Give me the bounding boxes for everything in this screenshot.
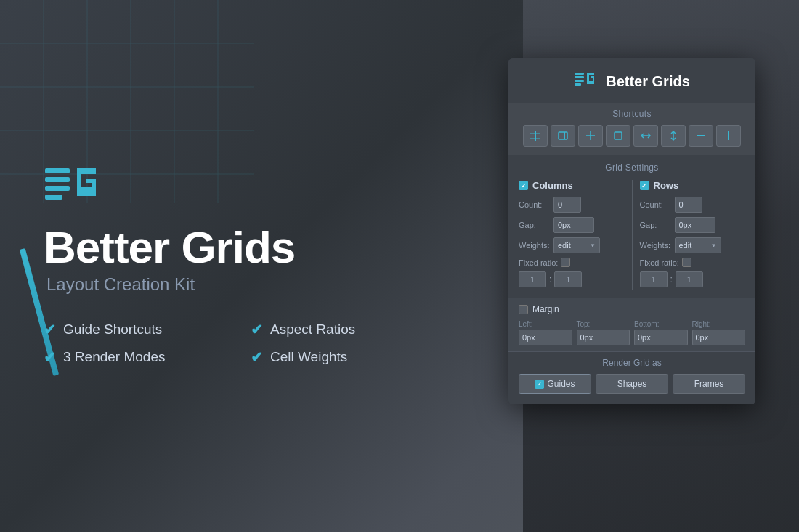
margin-bottom-input[interactable] [634,330,688,345]
row-weights-label: Weights: [640,241,672,250]
app-title: Better Grids [44,225,436,270]
svg-rect-11 [45,186,70,191]
margin-right-input[interactable] [692,330,746,345]
col-fixed-ratio-label: Fixed ratio: [519,258,558,267]
row-gap-input[interactable] [675,217,715,233]
rows-section: ✓ Rows Count: Gap: Weights: edit ▼ [640,180,746,290]
feature-item-0: ✔ Guide Shortcuts [44,321,229,338]
row-ratio-1[interactable] [640,271,668,287]
columns-rows-divider [632,180,633,290]
render-shapes-label: Shapes [617,379,647,389]
margin-left-input[interactable] [519,330,572,345]
shortcut-btn-3[interactable] [606,125,630,147]
col-ratio-colon: : [549,274,551,285]
margin-top-field: Top: [577,320,630,345]
col-fixed-ratio-row: Fixed ratio: [519,258,625,267]
svg-rect-20 [559,132,567,139]
shortcut-btn-6[interactable] [689,125,713,147]
row-weights-select[interactable]: edit ▼ [675,237,721,253]
columns-section: ✓ Columns Count: Gap: Weights: edit ▼ [519,180,625,290]
svg-rect-12 [45,195,62,200]
row-count-row: Count: [640,197,746,213]
margin-left-field: Left: [519,320,572,345]
columns-checkbox[interactable]: ✓ [519,181,528,190]
col-fixed-ratio-checkbox[interactable] [561,258,570,267]
check-icon-2: ✔ [44,348,56,366]
col-count-input[interactable] [553,197,581,213]
columns-rows: ✓ Columns Count: Gap: Weights: edit ▼ [519,180,745,290]
margin-top-input[interactable] [577,330,630,345]
svg-rect-9 [45,168,70,173]
feature-label-2: 3 Render Modes [63,349,165,365]
margin-label: Margin [532,304,559,314]
svg-rect-21 [561,132,561,139]
col-weights-select[interactable]: edit ▼ [553,237,600,253]
shortcuts-section: Shortcuts [508,103,755,155]
rows-label: Rows [654,180,679,191]
col-weights-label: Weights: [519,241,551,250]
features-list: ✔ Guide Shortcuts ✔ Aspect Ratios ✔ 3 Re… [44,321,436,366]
app-logo-icon [44,160,102,218]
shortcut-btn-5[interactable] [661,125,686,147]
col-weights-row: Weights: edit ▼ [519,237,625,253]
margin-fields: Left: Top: Bottom: Right: [519,320,745,345]
row-count-input[interactable] [675,197,702,213]
shortcut-btn-0[interactable] [523,125,548,147]
svg-rect-17 [535,131,536,141]
columns-header: ✓ Columns [519,180,625,191]
row-gap-row: Gap: [640,217,746,233]
render-section: Render Grid as ✓ Guides Shapes Frames [508,351,755,404]
row-fixed-ratio-checkbox[interactable] [682,258,691,267]
rows-checkbox[interactable]: ✓ [640,181,649,190]
margin-top-label: Top: [577,320,630,328]
margin-bottom-label: Bottom: [634,320,688,328]
svg-rect-22 [564,132,565,139]
col-gap-label: Gap: [519,221,551,229]
shortcut-btn-4[interactable] [633,125,658,147]
row-ratio-inputs: : [640,271,746,287]
svg-rect-19 [530,138,540,139]
render-frames-button[interactable]: Frames [673,374,745,394]
render-guides-label: Guides [547,379,575,389]
col-count-label: Count: [519,200,551,209]
shortcut-btn-2[interactable] [578,125,603,147]
col-count-row: Count: [519,197,625,213]
feature-item-3: ✔ Cell Weights [251,348,436,366]
feature-item-1: ✔ Aspect Ratios [251,321,436,338]
columns-label: Columns [532,180,573,191]
row-count-label: Count: [640,200,672,209]
row-fixed-ratio-row: Fixed ratio: [640,258,746,267]
col-weights-value: edit [558,241,571,250]
shortcuts-row [519,125,745,147]
shortcut-btn-7[interactable] [716,125,741,147]
svg-rect-10 [45,177,70,182]
render-shapes-button[interactable]: Shapes [596,374,668,394]
col-gap-input[interactable] [553,217,594,233]
grid-settings-label: Grid Settings [519,163,745,173]
shortcut-btn-1[interactable] [551,125,575,147]
col-ratio-2[interactable] [554,271,582,287]
svg-rect-13 [575,73,584,75]
panel-title: Better Grids [606,73,690,90]
col-weights-arrow: ▼ [590,242,596,249]
margin-right-field: Right: [692,320,746,345]
feature-label-3: Cell Weights [270,349,347,365]
check-icon-0: ✔ [44,321,56,338]
feature-item-2: ✔ 3 Render Modes [44,348,229,366]
check-icon-3: ✔ [251,348,263,366]
row-gap-label: Gap: [640,221,672,229]
margin-checkbox[interactable] [519,305,528,314]
panel-header: Better Grids [508,58,755,103]
feature-label-0: Guide Shortcuts [63,322,162,337]
grid-settings-section: Grid Settings ✓ Columns Count: Gap: Weig… [508,155,755,298]
row-ratio-colon: : [670,274,673,285]
row-ratio-2[interactable] [676,271,703,287]
svg-rect-16 [575,83,581,86]
row-fixed-ratio-label: Fixed ratio: [640,258,679,267]
app-subtitle: Layout Creation Kit [46,274,436,295]
col-gap-row: Gap: [519,217,625,233]
margin-header: Margin [519,304,745,314]
render-guides-button[interactable]: ✓ Guides [519,374,591,394]
check-icon-1: ✔ [251,321,263,338]
col-ratio-1[interactable] [519,271,546,287]
